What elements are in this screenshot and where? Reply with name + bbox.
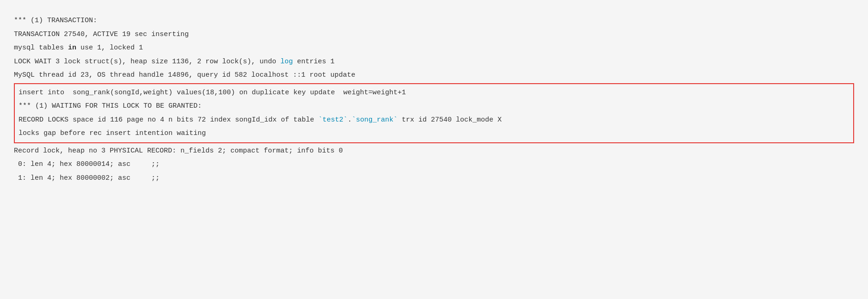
highlighted-lock-box: insert into song_rank(songId,weight) val… (14, 83, 854, 143)
transaction-info-line: TRANSACTION 27540, ACTIVE 19 sec inserti… (14, 28, 854, 42)
field-0-text: 0: len 4; hex 80000014; asc ;; (14, 160, 160, 168)
locks-gap-text: locks gap before rec insert intention wa… (19, 129, 206, 137)
transaction-header-text: *** (1) TRANSACTION: (14, 17, 97, 24)
record-locks-post: trx id 27540 lock_mode X (397, 116, 502, 124)
lock-wait-pre: LOCK WAIT 3 lock struct(s), heap size 11… (14, 58, 280, 66)
log-link[interactable]: log (280, 58, 293, 66)
mysql-tables-line: mysql tables in use 1, locked 1 (14, 41, 854, 55)
mysql-thread-text: MySQL thread id 23, OS thread handle 148… (14, 71, 355, 79)
locks-gap-line: locks gap before rec insert intention wa… (19, 127, 849, 140)
record-locks-pre: RECORD LOCKS space id 116 page no 4 n bi… (19, 116, 318, 124)
lock-wait-post: entries 1 (293, 58, 335, 66)
dot-separator: . (347, 116, 352, 124)
insert-line: insert into song_rank(songId,weight) val… (19, 86, 849, 100)
song-rank-backtick: `song_rank` (352, 116, 397, 124)
field-0-line: 0: len 4; hex 80000014; asc ;; (14, 158, 854, 171)
record-lock-text: Record lock, heap no 3 PHYSICAL RECORD: … (14, 147, 343, 155)
mysql-tables-post: use 1, locked 1 (76, 44, 143, 52)
record-lock-line: Record lock, heap no 3 PHYSICAL RECORD: … (14, 144, 854, 158)
code-block: *** (1) TRANSACTION: TRANSACTION 27540, … (14, 9, 854, 189)
transaction-info-text: TRANSACTION 27540, ACTIVE 19 sec inserti… (14, 31, 189, 38)
in-keyword: in (68, 44, 76, 52)
record-locks-line: RECORD LOCKS space id 116 page no 4 n bi… (19, 113, 849, 127)
transaction-header-line: *** (1) TRANSACTION: (14, 14, 854, 28)
waiting-for-lock-line: *** (1) WAITING FOR THIS LOCK TO BE GRAN… (19, 99, 849, 113)
lock-wait-line: LOCK WAIT 3 lock struct(s), heap size 11… (14, 55, 854, 69)
mysql-thread-line: MySQL thread id 23, OS thread handle 148… (14, 68, 854, 82)
waiting-for-lock-text: *** (1) WAITING FOR THIS LOCK TO BE GRAN… (19, 102, 202, 110)
insert-text: insert into song_rank(songId,weight) val… (19, 89, 406, 97)
mysql-tables-pre: mysql tables (14, 44, 68, 52)
test2-backtick: `test2` (318, 116, 347, 124)
field-1-line: 1: len 4; hex 80000002; asc ;; (14, 171, 854, 185)
field-1-text: 1: len 4; hex 80000002; asc ;; (14, 174, 160, 182)
